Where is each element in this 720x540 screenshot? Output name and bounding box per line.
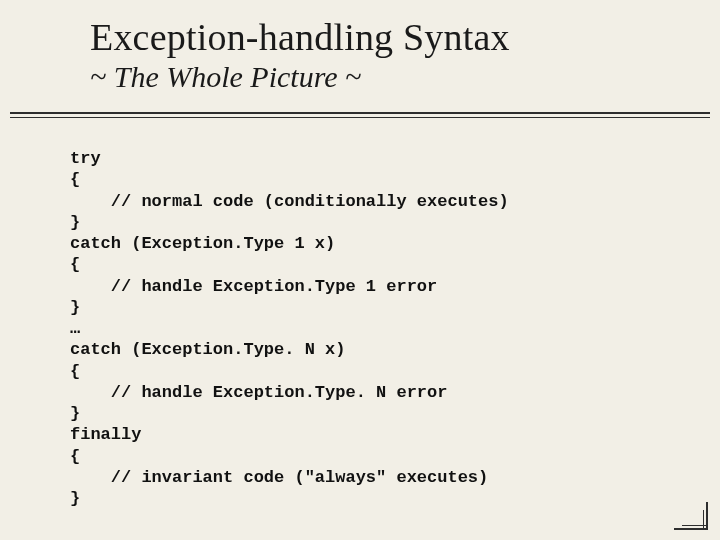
code-line: } (70, 298, 80, 317)
code-line: { (70, 447, 80, 466)
code-line: try (70, 149, 101, 168)
divider-thin (10, 117, 710, 118)
code-line: // invariant code ("always" executes) (70, 468, 488, 487)
divider (10, 112, 710, 118)
code-line: catch (Exception.Type. N x) (70, 340, 345, 359)
slide-header: Exception-handling Syntax ~ The Whole Pi… (90, 18, 680, 100)
code-line: { (70, 170, 80, 189)
slide-subtitle: ~ The Whole Picture ~ (90, 60, 680, 94)
code-line: // handle Exception.Type. N error (70, 383, 447, 402)
code-block: try { // normal code (conditionally exec… (70, 148, 680, 509)
code-line: } (70, 404, 80, 423)
divider-thick (10, 112, 710, 114)
code-line: { (70, 255, 80, 274)
slide-title: Exception-handling Syntax (90, 18, 680, 58)
corner-line (682, 525, 708, 526)
code-line: } (70, 213, 80, 232)
corner-line (706, 502, 708, 530)
corner-line (703, 510, 704, 530)
code-line: // normal code (conditionally executes) (70, 192, 509, 211)
code-line: { (70, 362, 80, 381)
code-line: // handle Exception.Type 1 error (70, 277, 437, 296)
corner-ornament (674, 502, 708, 530)
code-line: } (70, 489, 80, 508)
code-line: … (70, 319, 80, 338)
code-line: catch (Exception.Type 1 x) (70, 234, 335, 253)
code-line: finally (70, 425, 141, 444)
slide: Exception-handling Syntax ~ The Whole Pi… (0, 0, 720, 540)
